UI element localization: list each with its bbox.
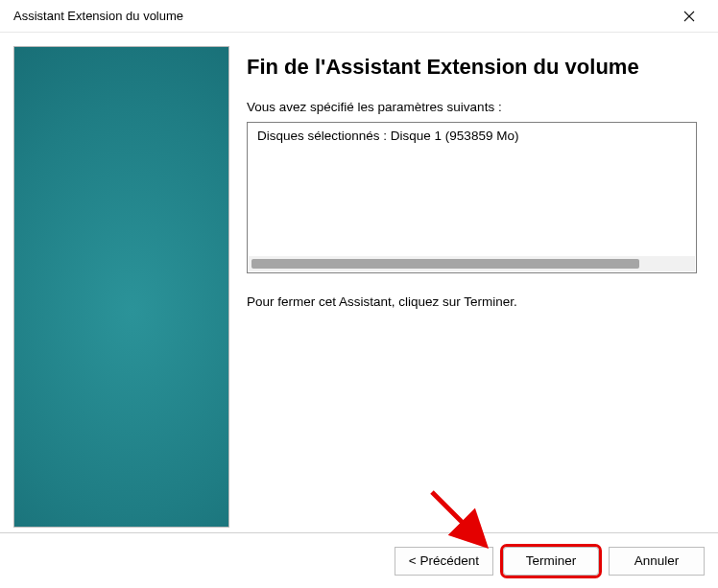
closing-text: Pour fermer cet Assistant, cliquez sur T… xyxy=(247,294,697,309)
wizard-body: Fin de l'Assistant Extension du volume V… xyxy=(0,33,718,532)
wizard-side-image xyxy=(13,46,229,528)
horizontal-scrollbar[interactable] xyxy=(249,256,695,271)
wizard-content: Fin de l'Assistant Extension du volume V… xyxy=(247,46,705,532)
cancel-button[interactable]: Annuler xyxy=(609,547,705,576)
titlebar: Assistant Extension du volume xyxy=(0,0,718,33)
button-bar: < Précédent Terminer Annuler xyxy=(0,532,718,588)
intro-text: Vous avez spécifié les paramètres suivan… xyxy=(247,100,697,114)
summary-box: Disques sélectionnés : Disque 1 (953859 … xyxy=(247,122,697,273)
close-button[interactable] xyxy=(670,0,708,33)
page-title: Fin de l'Assistant Extension du volume xyxy=(247,54,697,81)
finish-button[interactable]: Terminer xyxy=(503,547,599,576)
scrollbar-thumb[interactable] xyxy=(251,259,639,269)
back-button[interactable]: < Précédent xyxy=(395,547,493,576)
summary-text: Disques sélectionnés : Disque 1 (953859 … xyxy=(257,129,686,143)
close-icon xyxy=(683,11,695,22)
window-title: Assistant Extension du volume xyxy=(13,9,670,23)
